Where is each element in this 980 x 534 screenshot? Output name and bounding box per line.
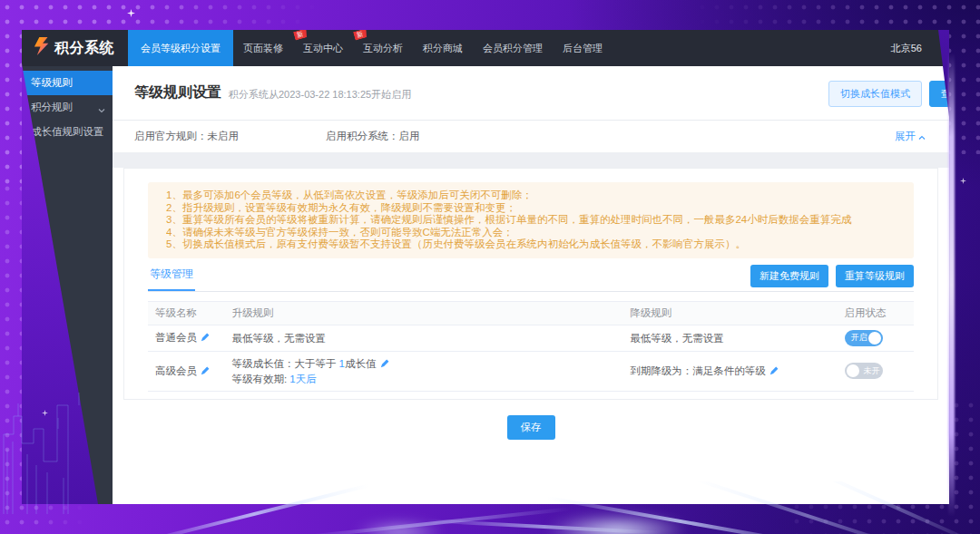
edit-icon[interactable] — [201, 364, 210, 379]
table-row: 普通会员 最低等级，无需设置 最低等级，无需设置 开启 — [148, 325, 914, 351]
col-enable-status: 启用状态 — [838, 301, 914, 325]
notice-line: 1、最多可添加6个会员等级，从低到高依次设置，等级添加后可关闭不可删除； — [166, 189, 896, 202]
main-content: 等级规则设置 积分系统从2023-03-22 18:13:25开始启用 切换成长… — [113, 66, 949, 504]
nav-tab-backend-mgmt[interactable]: 后台管理 — [553, 30, 612, 66]
light-beam — [948, 53, 955, 517]
top-navbar: 积分系统 会员等级积分设置 页面装修 新 互动中心 新 互动分析 积分商城 会员… — [22, 30, 949, 66]
nav-tab-interaction-analysis[interactable]: 新 互动分析 — [353, 30, 413, 66]
col-level-name: 等级名称 — [148, 301, 224, 325]
chevron-down-icon — [98, 104, 105, 115]
edit-icon[interactable] — [769, 364, 779, 379]
downgrade-rule-text: 到期降级为：满足条件的等级 — [630, 365, 779, 376]
page-header: 等级规则设置 积分系统从2023-03-22 18:13:25开始启用 切换成长… — [113, 66, 949, 121]
new-badge: 新 — [293, 30, 309, 41]
save-row: 保存 — [113, 415, 949, 440]
nav-tab-points-mall[interactable]: 积分商城 — [413, 30, 473, 66]
table-header-row: 等级名称 升级规则 降级规则 启用状态 — [148, 301, 914, 325]
nav-tab-member-level-points[interactable]: 会员等级积分设置 — [128, 30, 233, 66]
nav-tabs: 会员等级积分设置 页面装修 新 互动中心 新 互动分析 积分商城 会员积分管理 … — [128, 30, 612, 66]
nav-tab-member-points-mgmt[interactable]: 会员积分管理 — [473, 30, 553, 66]
upgrade-rule-text: 等级成长值：大于等于 1成长值 — [231, 356, 615, 372]
page-subtitle: 积分系统从2023-03-22 18:13:25开始启用 — [229, 88, 411, 102]
level-rules-card: 1、最多可添加6个会员等级，从低到高依次设置，等级添加后可关闭不可删除； 2、指… — [123, 168, 938, 400]
app-title: 积分系统 — [54, 39, 114, 58]
edit-icon[interactable] — [201, 331, 210, 345]
nav-tab-interaction-center[interactable]: 新 互动中心 — [293, 30, 353, 66]
edit-icon[interactable] — [380, 357, 389, 372]
expand-link[interactable]: 展开 — [895, 130, 926, 143]
downgrade-rule-text: 最低等级，无需设置 — [630, 333, 724, 344]
nav-user-account[interactable]: 北京56 — [891, 30, 922, 66]
notice-box: 1、最多可添加6个会员等级，从低到高依次设置，等级添加后可关闭不可删除； 2、指… — [148, 182, 914, 258]
notice-line: 3、重算等级所有会员的等级将被重新计算，请确定规则后谨慎操作，根据订单量的不同，… — [166, 214, 896, 227]
col-upgrade-rule: 升级规则 — [224, 301, 622, 325]
header-buttons: 切换成长值模式 查看教程 — [828, 81, 949, 107]
screenshot: 积分系统 会员等级积分设置 页面装修 新 互动中心 新 互动分析 积分商城 会员… — [0, 0, 980, 534]
create-free-rule-button[interactable]: 新建免费规则 — [750, 265, 828, 287]
validity-text: 等级有效期: 1天后 — [231, 372, 615, 386]
app-window: 积分系统 会员等级积分设置 页面装修 新 互动中心 新 互动分析 积分商城 会员… — [22, 30, 949, 504]
upgrade-rule-text: 最低等级，无需设置 — [231, 333, 326, 344]
official-rules-status: 启用官方规则：未启用 — [134, 130, 239, 143]
level-name: 高级会员 — [155, 365, 210, 376]
validity-value-link[interactable]: 1天后 — [289, 374, 316, 384]
new-badge: 新 — [353, 30, 368, 41]
tab-level-management[interactable]: 等级管理 — [148, 267, 195, 291]
toggle-knob — [847, 364, 859, 377]
sidebar-item-points-rules[interactable]: 积分规则 — [22, 95, 113, 120]
nav-tab-page-decoration[interactable]: 页面装修 — [233, 30, 293, 66]
points-system-status: 启用积分系统：启用 — [326, 130, 420, 143]
toggle-knob — [868, 332, 881, 345]
recalculate-level-button[interactable]: 重算等级规则 — [836, 265, 914, 287]
col-downgrade-rule: 降级规则 — [622, 301, 837, 325]
save-button[interactable]: 保存 — [507, 415, 555, 440]
level-rules-table: 等级名称 升级规则 降级规则 启用状态 普通会员 — [148, 301, 914, 392]
status-toggle-on[interactable]: 开启 — [845, 330, 883, 346]
sidebar-item-growth-value-rules[interactable]: 成长值规则设置 — [22, 120, 113, 144]
lightning-bolt-icon — [32, 36, 50, 60]
table-row: 高级会员 等级成长值：大于等于 1成长值 等级有效期: 1天后 — [148, 351, 914, 391]
level-management-buttons: 新建免费规则 重算等级规则 — [750, 265, 914, 287]
notice-line: 2、指升级规则，设置等级有效期为永久有效，降级规则不需要设置和变更； — [166, 202, 896, 215]
level-name: 普通会员 — [155, 332, 210, 343]
page-title: 等级规则设置 — [134, 83, 221, 102]
app-logo: 积分系统 — [22, 30, 128, 66]
notice-line: 5、切换成长值模式后，原有支付费等级暂不支持设置（历史付费等级会员在系统内初始化… — [166, 238, 896, 251]
status-toggle-off[interactable]: 未开 — [845, 363, 883, 379]
chevron-up-icon — [918, 131, 926, 142]
settings-summary-bar: 启用官方规则：未启用 启用积分系统：启用 展开 — [113, 121, 949, 152]
sidebar-item-level-rules[interactable]: 等级规则 — [22, 71, 113, 95]
section-divider-band — [113, 152, 949, 168]
switch-growth-mode-button[interactable]: 切换成长值模式 — [828, 81, 922, 107]
level-management-header: 等级管理 新建免费规则 重算等级规则 — [148, 264, 914, 292]
notice-line: 4、请确保未来等级与官方等级保持一致，否则可能导致C端无法正常入会； — [166, 227, 896, 239]
